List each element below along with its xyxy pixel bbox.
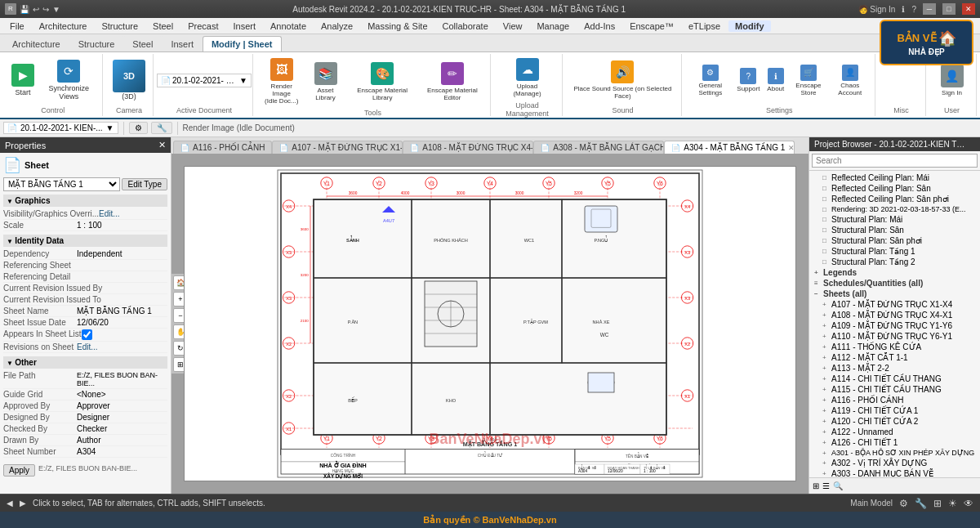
menu-addins[interactable]: Add-Ins	[577, 20, 621, 32]
graphics-section[interactable]: Graphics	[3, 195, 167, 207]
tree-a113[interactable]: + A113 - MẶT 2-2	[811, 363, 978, 374]
identity-section[interactable]: Identity Data	[3, 235, 167, 247]
active-doc-toolbar[interactable]: 📄 20.1-02-2021- KIEN-... ▼	[3, 122, 118, 134]
tab-modify[interactable]: Modify | Sheet	[203, 36, 282, 51]
help-icon[interactable]: ?	[911, 5, 916, 14]
asset-library-button[interactable]: 📚 Asset Library	[305, 60, 345, 104]
tree-item-structural-tang1[interactable]: □ Structural Plan: Tầng 1	[811, 246, 978, 257]
info-icon[interactable]: ℹ	[902, 5, 905, 14]
status-grid[interactable]: ⊞	[933, 498, 942, 509]
tree-a120[interactable]: + A120 - CHI TIẾT CỬA 2	[811, 416, 978, 427]
menu-manage[interactable]: Manage	[530, 20, 576, 32]
menu-analyze[interactable]: Analyze	[314, 20, 359, 32]
tree-a110[interactable]: + A110 - MẶT ĐỨNG TRỤC Y6-Y1	[811, 331, 978, 342]
start-button[interactable]: ▶ Start	[8, 61, 38, 99]
active-doc-dropdown[interactable]: 📄 20.1-02-2021- KIEN-... ▼	[157, 74, 252, 87]
tree-item-structural-san[interactable]: □ Structural Plan: Sân	[811, 225, 978, 235]
drawing-area[interactable]: 🏠 + − ✋ ↻ ⊞	[172, 154, 808, 494]
tree-a126[interactable]: + A126 - CHI TIẾT 1	[811, 437, 978, 448]
tree-a116[interactable]: + A116 - PHỐI CẢNH	[811, 395, 978, 405]
edit-vg[interactable]: Edit...	[99, 209, 120, 218]
appears-checkbox[interactable]	[82, 329, 92, 340]
quick-access-3[interactable]: ↪	[42, 5, 49, 14]
signin-btn[interactable]: 🧑 Sign In	[858, 5, 896, 14]
tree-item-reflected-san[interactable]: □ Reflected Ceiling Plan: Sân	[811, 183, 978, 194]
other-section[interactable]: Other	[3, 356, 167, 369]
toolbar-tool2[interactable]: 🔧	[151, 122, 172, 134]
account-btn[interactable]: 👤 Chaos Account	[831, 64, 870, 97]
menu-annotate[interactable]: Annotate	[264, 20, 313, 32]
quick-access-2[interactable]: ↩	[33, 5, 39, 14]
render-button[interactable]: 🖼 Render Image(Idle Doc...)	[260, 56, 303, 107]
menu-insert[interactable]: Insert	[226, 20, 262, 32]
edit-type-button[interactable]: Edit Type	[122, 178, 167, 190]
status-tool[interactable]: 🔧	[915, 498, 927, 509]
tab-insert[interactable]: Insert	[162, 36, 203, 51]
tab-architecture[interactable]: Architecture	[3, 36, 69, 51]
enscape-mat-lib-button[interactable]: 🎨 Enscape Material Library	[348, 60, 416, 104]
menu-architecture[interactable]: Architecture	[33, 20, 94, 32]
tree-a302[interactable]: + A302 - Vị TRÍ XÂY DỰNG	[811, 458, 978, 468]
menu-file[interactable]: File	[3, 20, 31, 32]
menu-massing[interactable]: Massing & Site	[361, 20, 434, 32]
tree-a122[interactable]: + A122 - Unnamed	[811, 427, 978, 437]
quick-access-arrow[interactable]: ▼	[52, 5, 60, 14]
tree-a112[interactable]: + A112 - MẶT CẮT 1-1	[811, 352, 978, 363]
doc-tab-a107[interactable]: 📄 A107 - MẶT ĐỨNG TRỤC X1-X4 ✕	[272, 141, 403, 154]
about-btn[interactable]: ℹ About	[764, 67, 786, 93]
tree-item-rendering-3d[interactable]: □ Rendering: 3D 2021-02-03-18-57-33 (E..…	[811, 204, 978, 214]
doc-tab-a108[interactable]: 📄 A108 - MẶT ĐỨNG TRỤC X4-X1 ✕	[403, 141, 533, 154]
tree-item-structural-mai[interactable]: □ Structural Plan: Mái	[811, 214, 978, 225]
apply-button[interactable]: Apply	[3, 464, 35, 477]
tab-close-a304[interactable]: ✕	[788, 144, 795, 152]
tree-a111[interactable]: + A111 - THỐNG KÊ CỬA	[811, 342, 978, 352]
menu-enscape[interactable]: Enscape™	[623, 20, 680, 32]
tree-a107[interactable]: + A107 - MẶT ĐỨNG TRỤC X1-X4	[811, 299, 978, 310]
search-input[interactable]	[812, 154, 978, 168]
menu-precast[interactable]: Precast	[181, 20, 225, 32]
status-gear[interactable]: ⚙	[899, 498, 908, 509]
upload-button[interactable]: ☁ Upload(Manage)	[509, 56, 545, 100]
menu-view[interactable]: View	[497, 20, 529, 32]
tree-a114[interactable]: + A114 - CHI TIẾT CẦU THANG	[811, 374, 978, 384]
tab-steel[interactable]: Steel	[123, 36, 162, 51]
enscape-mat-edit-button[interactable]: ✏ Enscape Material Editor	[419, 60, 485, 104]
tab-structure[interactable]: Structure	[69, 36, 124, 51]
menu-steel[interactable]: Steel	[146, 20, 180, 32]
doc-tab-a308[interactable]: 📄 A308 - MẶT BẰNG LÁT GẠCH TẦ... ✕	[533, 141, 664, 154]
store-btn[interactable]: 🛒 Enscape Store	[789, 64, 827, 97]
tree-item-reflected-mai[interactable]: □ Reflected Ceiling Plan: Mái	[811, 172, 978, 183]
status-view[interactable]: 👁	[964, 498, 973, 509]
maximize-button[interactable]: □	[942, 3, 956, 15]
user-btn[interactable]: 👤 Sign In	[937, 62, 968, 99]
pb-icon1[interactable]: ⊞	[813, 481, 819, 490]
tree-a108[interactable]: + A108 - MẶT ĐỨNG TRỤC X4-X1	[811, 310, 978, 320]
menu-collaborate[interactable]: Collaborate	[436, 20, 495, 32]
quick-access-1[interactable]: 💾	[20, 5, 29, 14]
3d-button[interactable]: 3D (3D)	[109, 57, 149, 103]
tree-item-structural-san-phoi[interactable]: □ Structural Plan: Sân phơi	[811, 235, 978, 246]
tree-sheets[interactable]: − Sheets (all)	[811, 289, 978, 299]
tree-item-reflected-san-phoi[interactable]: □ Reflected Ceiling Plan: Sân phơi	[811, 194, 978, 204]
status-sun[interactable]: ☀	[948, 498, 957, 509]
menu-structure[interactable]: Structure	[95, 20, 145, 32]
edit-revisions[interactable]: Edit...	[77, 342, 98, 351]
tree-a119[interactable]: + A119 - CHI TIẾT CỬA 1	[811, 405, 978, 416]
tree-item-structural-tang2[interactable]: □ Structural Plan: Tầng 2	[811, 257, 978, 267]
tree-legends[interactable]: + Legends	[811, 267, 978, 278]
pb-icon2[interactable]: ☰	[822, 481, 830, 490]
support-btn[interactable]: ? Support	[734, 67, 762, 93]
sync-views-button[interactable]: ⟳ Synchronize Views	[40, 57, 97, 103]
menu-modify[interactable]: Modify	[728, 20, 770, 32]
tree-a109[interactable]: + A109 - MẶT ĐỨNG TRỤC Y1-Y6	[811, 320, 978, 331]
tree-schedules[interactable]: ≡ Schedules/Quantities (all)	[811, 278, 978, 289]
toolbar-tool1[interactable]: ⚙	[129, 122, 148, 134]
close-button[interactable]: ✕	[962, 3, 975, 15]
tree-a301[interactable]: + A301 - BỘA HỒ SƠ XIN PHÉP XÂY DỰNG	[811, 448, 978, 458]
pb-icon3[interactable]: 🔍	[833, 481, 843, 490]
doc-tab-a116[interactable]: 📄 A116 - PHỐI CẢNH	[173, 141, 272, 154]
doc-tab-a304[interactable]: 📄 A304 - MẶT BẰNG TẦNG 1 ✕	[664, 141, 795, 154]
minimize-button[interactable]: ─	[923, 3, 936, 15]
menu-etlipse[interactable]: eTLipse	[682, 20, 727, 32]
tree-a115[interactable]: + A115 - CHI TIẾT CẦU THANG	[811, 384, 978, 395]
